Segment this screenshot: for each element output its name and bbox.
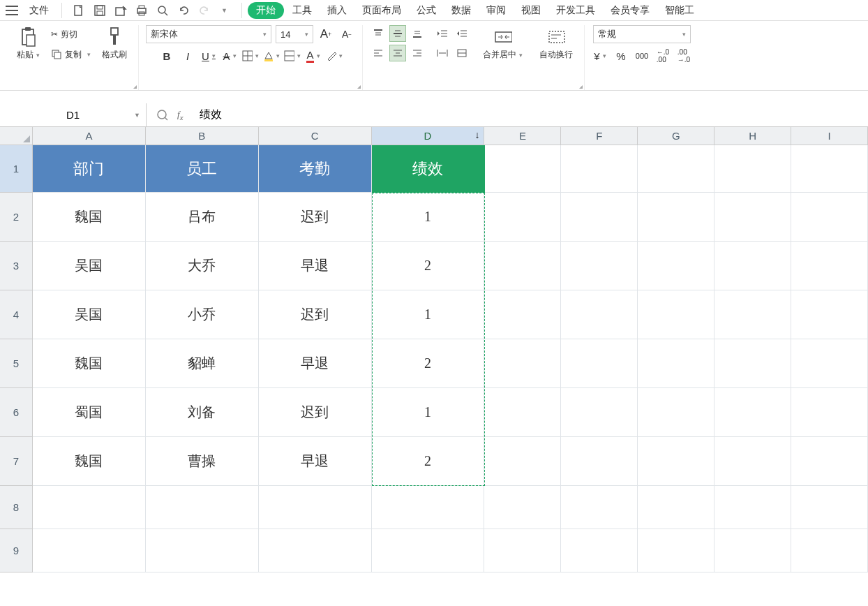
- save-icon[interactable]: [93, 3, 107, 17]
- cell-H8[interactable]: [714, 486, 791, 529]
- comma-button[interactable]: 000: [634, 47, 650, 64]
- cell-F5[interactable]: [561, 339, 638, 388]
- cell-F2[interactable]: [561, 193, 638, 242]
- cell-E4[interactable]: [484, 290, 561, 339]
- row-header-6[interactable]: 6: [0, 388, 33, 437]
- underline-button[interactable]: U▾: [200, 47, 217, 64]
- cell-H9[interactable]: [714, 529, 791, 572]
- font-name-select[interactable]: 新宋体▾: [146, 25, 271, 43]
- undo-icon[interactable]: [177, 3, 190, 17]
- cell-D7[interactable]: 2: [372, 437, 485, 486]
- tab-ai[interactable]: 智能工: [658, 1, 701, 20]
- cell-I6[interactable]: [791, 388, 868, 437]
- tab-data[interactable]: 数据: [444, 1, 478, 20]
- cell-F4[interactable]: [561, 290, 638, 339]
- cell-I7[interactable]: [791, 437, 868, 486]
- cell-I8[interactable]: [791, 486, 868, 529]
- cell-E8[interactable]: [484, 486, 561, 529]
- increase-indent-button[interactable]: [454, 25, 470, 42]
- align-bottom-button[interactable]: [409, 25, 426, 42]
- cell-G7[interactable]: [638, 437, 714, 486]
- cell-F1[interactable]: [561, 145, 638, 193]
- cell-C4[interactable]: 迟到: [259, 290, 372, 339]
- row-header-8[interactable]: 8: [0, 486, 33, 529]
- percent-button[interactable]: %: [613, 47, 629, 64]
- font-color-button[interactable]: A▾: [305, 47, 322, 64]
- cell-E1[interactable]: [484, 145, 561, 193]
- clear-format-button[interactable]: ▾: [326, 47, 343, 64]
- cell-A4[interactable]: 吴国: [33, 290, 146, 339]
- cell-G9[interactable]: [638, 529, 714, 572]
- qat-dropdown-icon[interactable]: ▼: [221, 7, 227, 14]
- cell-C1[interactable]: 考勤: [259, 145, 372, 193]
- row-header-5[interactable]: 5: [0, 339, 33, 388]
- font-size-select[interactable]: 14▾: [276, 25, 313, 43]
- align-left-button[interactable]: [370, 45, 387, 61]
- cell-A7[interactable]: 魏国: [33, 437, 146, 486]
- cell-E9[interactable]: [484, 529, 561, 572]
- name-box[interactable]: ▼: [0, 103, 147, 126]
- new-icon[interactable]: [72, 3, 86, 17]
- cell-I4[interactable]: [791, 290, 868, 339]
- cell-F8[interactable]: [561, 486, 638, 529]
- cut-button[interactable]: ✂ 剪切: [48, 27, 93, 42]
- cell-F9[interactable]: [561, 529, 638, 572]
- cell-H6[interactable]: [714, 388, 791, 437]
- row-header-2[interactable]: 2: [0, 193, 33, 242]
- col-header-F[interactable]: F: [561, 127, 638, 145]
- cell-E2[interactable]: [484, 193, 561, 242]
- col-header-A[interactable]: A: [33, 127, 146, 145]
- cell-A5[interactable]: 魏国: [33, 339, 146, 388]
- cell-H1[interactable]: [714, 145, 791, 193]
- cell-G8[interactable]: [638, 486, 714, 529]
- merge-center-button[interactable]: 合并居中▾: [479, 25, 527, 64]
- cell-I9[interactable]: [791, 529, 868, 572]
- row-header-3[interactable]: 3: [0, 242, 33, 290]
- cell-G6[interactable]: [638, 388, 714, 437]
- menu-icon[interactable]: [6, 6, 18, 15]
- cell-B2[interactable]: 吕布: [146, 193, 259, 242]
- cell-B6[interactable]: 刘备: [146, 388, 259, 437]
- strikethrough-button[interactable]: A▾: [221, 47, 238, 64]
- col-header-I[interactable]: I: [791, 127, 868, 145]
- tab-layout[interactable]: 页面布局: [355, 1, 408, 20]
- cell-E5[interactable]: [484, 339, 561, 388]
- cancel-icon[interactable]: [156, 109, 169, 121]
- cell-B8[interactable]: [146, 486, 259, 529]
- wrap-text-button[interactable]: 自动换行: [535, 25, 577, 64]
- cell-A2[interactable]: 魏国: [33, 193, 146, 242]
- decrease-font-button[interactable]: A−: [338, 26, 355, 43]
- preview-icon[interactable]: [156, 3, 170, 17]
- align-right-button[interactable]: [409, 45, 426, 61]
- currency-button[interactable]: ¥▾: [592, 47, 608, 64]
- italic-button[interactable]: I: [179, 47, 196, 64]
- tab-insert[interactable]: 插入: [320, 1, 354, 20]
- group-launcher-icon[interactable]: [357, 85, 361, 89]
- cell-D5[interactable]: 2: [372, 339, 485, 388]
- cell-B7[interactable]: 曹操: [146, 437, 259, 486]
- name-box-input[interactable]: [38, 109, 108, 121]
- tab-member[interactable]: 会员专享: [604, 1, 657, 20]
- cell-B3[interactable]: 大乔: [146, 242, 259, 290]
- align-middle-button[interactable]: [389, 25, 406, 42]
- cell-A6[interactable]: 蜀国: [33, 388, 146, 437]
- cell-H3[interactable]: [714, 242, 791, 290]
- increase-decimal-button[interactable]: ←.0.00: [654, 47, 671, 64]
- row-header-9[interactable]: 9: [0, 529, 33, 572]
- align-center-button[interactable]: [389, 45, 406, 61]
- cell-E6[interactable]: [484, 388, 561, 437]
- cell-A1[interactable]: 部门: [33, 145, 146, 193]
- align-top-button[interactable]: [370, 25, 387, 42]
- print-icon[interactable]: [135, 3, 149, 17]
- cell-G3[interactable]: [638, 242, 714, 290]
- cell-C2[interactable]: 迟到: [259, 193, 372, 242]
- cell-B9[interactable]: [146, 529, 259, 572]
- cell-D8[interactable]: [372, 486, 485, 529]
- tab-view[interactable]: 视图: [514, 1, 548, 20]
- format-painter-button[interactable]: 格式刷: [98, 25, 131, 64]
- orientation-button[interactable]: [454, 45, 470, 61]
- col-header-H[interactable]: H: [714, 127, 791, 145]
- cell-B1[interactable]: 员工: [146, 145, 259, 193]
- cell-G4[interactable]: [638, 290, 714, 339]
- decrease-decimal-button[interactable]: .00→.0: [675, 47, 692, 64]
